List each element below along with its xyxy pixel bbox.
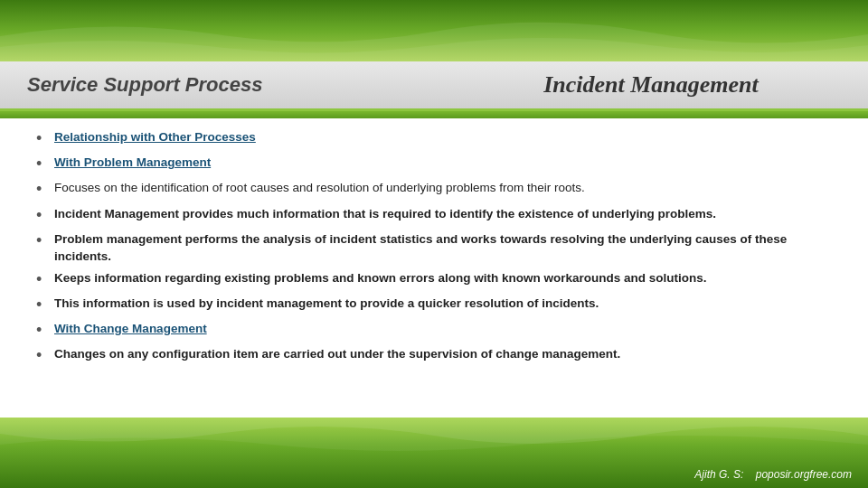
list-item: •Changes on any configuration item are c…: [36, 346, 832, 367]
bullet-icon: •: [36, 344, 54, 367]
bullet-icon: •: [36, 178, 54, 201]
list-item-text: Changes on any configuration item are ca…: [54, 346, 620, 363]
header-bar: Service Support Process Incident Managem…: [0, 61, 868, 111]
list-item-text: Incident Management provides much inform…: [54, 206, 716, 223]
green-stripe: [0, 111, 868, 118]
list-item: •Incident Management provides much infor…: [36, 206, 832, 227]
list-item-text[interactable]: With Change Management: [54, 321, 207, 338]
bottom-grass: Ajith G. S: poposir.orgfree.com: [0, 418, 868, 488]
list-item: •Relationship with Other Processes: [36, 129, 832, 150]
list-item-text[interactable]: Relationship with Other Processes: [54, 129, 256, 146]
footer-attribution: Ajith G. S: poposir.orgfree.com: [694, 468, 852, 481]
bullet-icon: •: [36, 319, 54, 342]
bullet-icon: •: [36, 127, 54, 150]
list-item-text: Focuses on the identification of root ca…: [54, 180, 585, 197]
top-grass: [0, 0, 868, 61]
list-item-text[interactable]: With Problem Management: [54, 155, 211, 172]
footer-author: Ajith G. S:: [694, 468, 743, 481]
bullet-icon: •: [36, 230, 54, 252]
bullet-list: •Relationship with Other Processes•With …: [36, 129, 832, 367]
bullet-icon: •: [36, 153, 54, 175]
bullet-icon: •: [36, 294, 54, 316]
list-item-text: Problem management performs the analysis…: [54, 231, 832, 266]
list-item: •This information is used by incident ma…: [36, 296, 832, 316]
header-title-left: Service Support Process: [27, 73, 262, 97]
grass-waves-top: [0, 0, 868, 61]
content-area: •Relationship with Other Processes•With …: [0, 118, 868, 382]
list-item-text: Keeps information regarding existing pro…: [54, 270, 707, 287]
bullet-icon: •: [36, 268, 54, 291]
list-item-text: This information is used by incident man…: [54, 296, 599, 313]
list-item: •Keeps information regarding existing pr…: [36, 270, 832, 291]
list-item: •Focuses on the identification of root c…: [36, 180, 832, 201]
bullet-icon: •: [36, 204, 54, 227]
header-title-right: Incident Management: [543, 71, 759, 99]
list-item: •With Change Management: [36, 321, 832, 342]
list-item: •With Problem Management: [36, 155, 832, 175]
list-item: •Problem management performs the analysi…: [36, 231, 832, 266]
footer-website: poposir.orgfree.com: [756, 468, 852, 481]
